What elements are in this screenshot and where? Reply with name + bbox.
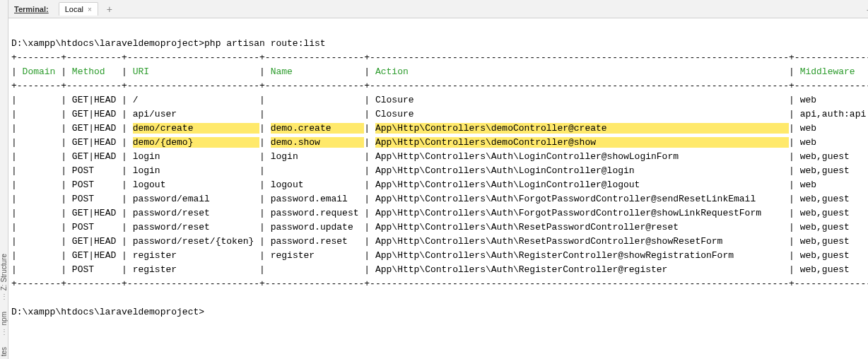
cell-method: GET|HEAD	[72, 137, 122, 148]
cell-middleware: web	[800, 123, 868, 134]
cell-uri: password/reset	[133, 208, 259, 218]
cell-domain	[23, 180, 61, 190]
cell-uri: password/email	[133, 194, 259, 204]
cell-action: App\Http\Controllers\Auth\LoginControlle…	[375, 180, 789, 190]
cell-domain	[23, 95, 61, 105]
main-area: Terminal: Local × + — ✶ D:\xampp\htdocs\…	[8, 0, 868, 359]
cell-domain	[23, 250, 61, 261]
cell-uri: api/user	[133, 109, 259, 119]
cell-middleware: web,guest	[800, 194, 868, 204]
cell-method: POST	[72, 165, 122, 176]
cell-middleware: web	[800, 95, 868, 105]
cell-domain	[23, 264, 61, 275]
cell-name	[271, 95, 365, 105]
prompt-line: D:\xampp\htdocs\laraveldemoproject>php a…	[11, 23, 868, 51]
cell-domain	[23, 109, 61, 119]
add-tab-button[interactable]: +	[102, 4, 117, 15]
cell-action: App\Http\Controllers\Auth\LoginControlle…	[375, 165, 789, 176]
cell-action: App\Http\Controllers\Auth\RegisterContro…	[375, 264, 789, 275]
table-separator: +--------+----------+-------------------…	[11, 277, 868, 291]
table-row: | | GET|HEAD | password/reset/{token} | …	[11, 235, 868, 249]
cell-method: POST	[72, 264, 122, 275]
cell-domain	[23, 151, 61, 162]
table-row: | | GET|HEAD | api/user | | Closure | ap…	[11, 107, 868, 122]
cell-domain	[23, 208, 61, 218]
table-row: | | POST | register | | App\Http\Control…	[11, 263, 868, 277]
cell-domain	[23, 137, 61, 148]
cell-method: GET|HEAD	[72, 208, 122, 218]
cell-uri: demo/create	[133, 123, 259, 134]
cell-action: App\Http\Controllers\Auth\ForgotPassword…	[375, 194, 789, 204]
cell-name	[271, 109, 365, 119]
cell-uri: register	[133, 250, 259, 261]
table-row: | | GET|HEAD | register | register | App…	[11, 249, 868, 263]
table-row: | | POST | password/reset | password.upd…	[11, 220, 868, 235]
cell-action: App\Http\Controllers\Auth\LoginControlle…	[375, 151, 789, 162]
table-row: | | GET|HEAD | demo/{demo} | demo.show |…	[11, 136, 868, 150]
col-header-domain: Domain	[23, 66, 61, 77]
prompt-line: D:\xampp\htdocs\laraveldemoproject>	[11, 305, 868, 319]
cell-middleware: web,guest	[800, 264, 868, 275]
cell-uri: password/reset/{token}	[133, 236, 259, 247]
col-header-method: Method	[72, 66, 122, 77]
col-header-name: Name	[271, 66, 365, 77]
table-row: | | GET|HEAD | demo/create | demo.create…	[11, 122, 868, 136]
gutter-label-npm[interactable]: npm	[0, 312, 8, 325]
gutter-dots-icon: ⋮	[1, 330, 8, 334]
cell-action: App\Http\Controllers\Auth\ResetPasswordC…	[375, 222, 789, 233]
cell-method: GET|HEAD	[72, 109, 122, 119]
cell-action: Closure	[375, 109, 789, 119]
table-row: | | GET|HEAD | password/reset | password…	[11, 206, 868, 220]
terminal-output[interactable]: D:\xampp\htdocs\laraveldemoproject>php a…	[8, 18, 868, 359]
cell-uri: demo/{demo}	[133, 137, 259, 148]
cell-method: GET|HEAD	[72, 95, 122, 105]
cell-name: password.reset	[271, 236, 365, 247]
cell-method: GET|HEAD	[72, 151, 122, 162]
cell-domain	[23, 194, 61, 204]
cell-method: POST	[72, 194, 122, 204]
cell-middleware: web,guest	[800, 151, 868, 162]
table-header-row: | Domain | Method | URI | Name | Action …	[11, 65, 868, 79]
cell-middleware: web,guest	[800, 222, 868, 233]
table-row: | | POST | login | | App\Http\Controller…	[11, 164, 868, 178]
gutter-label-tes[interactable]: tes	[0, 347, 8, 356]
col-header-action: Action	[375, 66, 789, 77]
cell-action: Closure	[375, 95, 789, 105]
cell-middleware: web,guest	[800, 250, 868, 261]
cell-domain	[23, 236, 61, 247]
cell-uri: password/reset	[133, 222, 259, 233]
cell-uri: logout	[133, 180, 259, 190]
cell-domain	[23, 123, 61, 134]
cell-method: GET|HEAD	[72, 236, 122, 247]
cell-name: password.request	[271, 208, 365, 218]
col-header-uri: URI	[133, 66, 259, 77]
table-row: | | POST | logout | logout | App\Http\Co…	[11, 178, 868, 192]
cell-uri: login	[133, 165, 259, 176]
cell-name: logout	[271, 180, 365, 190]
cell-action: App\Http\Controllers\demoController@show	[375, 137, 789, 148]
cell-middleware: web,guest	[800, 236, 868, 247]
cell-middleware: web,guest	[800, 165, 868, 176]
gutter-dots-icon: ⋮	[1, 295, 8, 299]
cell-middleware: web,guest	[800, 208, 868, 218]
terminal-title: Terminal:	[14, 5, 49, 13]
cell-method: GET|HEAD	[72, 123, 122, 134]
table-row: | | GET|HEAD | login | login | App\Http\…	[11, 150, 868, 164]
terminal-tab-label: Local	[65, 5, 83, 13]
table-row: | | GET|HEAD | / | | Closure | web |	[11, 93, 868, 107]
close-tab-icon[interactable]: ×	[88, 6, 92, 13]
cell-domain	[23, 222, 61, 233]
gutter-label-structure[interactable]: Z: Structure	[0, 254, 8, 290]
cell-name: password.update	[271, 222, 365, 233]
cell-domain	[23, 165, 61, 176]
cell-uri: /	[133, 95, 259, 105]
cell-method: POST	[72, 222, 122, 233]
terminal-tab-local[interactable]: Local ×	[59, 2, 98, 16]
cell-method: POST	[72, 180, 122, 190]
cell-name: demo.create	[271, 123, 365, 134]
cell-name: password.email	[271, 194, 365, 204]
cell-uri: login	[133, 151, 259, 162]
table-separator: +--------+----------+-------------------…	[11, 79, 868, 93]
cell-name	[271, 264, 365, 275]
cell-method: GET|HEAD	[72, 250, 122, 261]
